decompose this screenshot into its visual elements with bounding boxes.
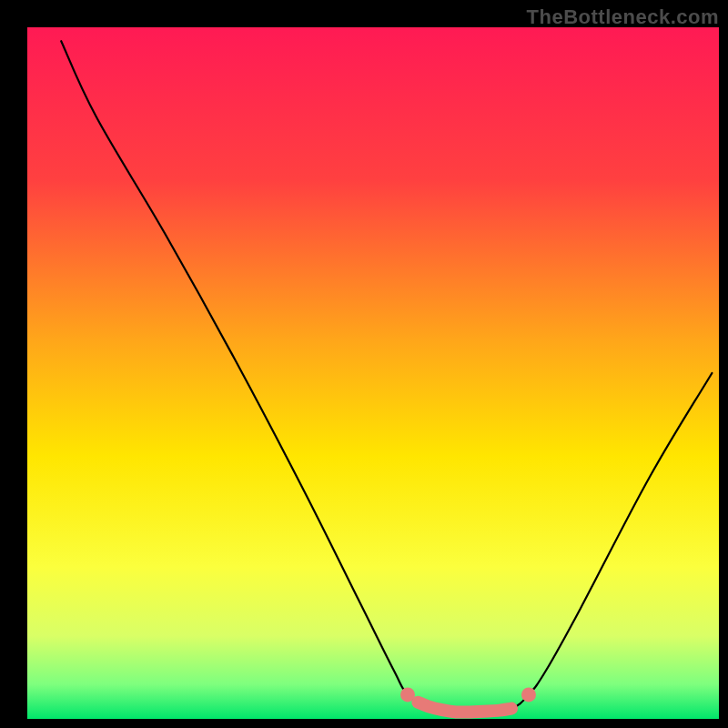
watermark-text: TheBottleneck.com (527, 5, 719, 29)
min-region-end-dot (521, 687, 536, 702)
min-region-start-dot (400, 687, 415, 702)
gradient-background (27, 27, 719, 719)
chart-frame: TheBottleneck.com (0, 0, 728, 728)
bottleneck-chart (0, 0, 728, 728)
